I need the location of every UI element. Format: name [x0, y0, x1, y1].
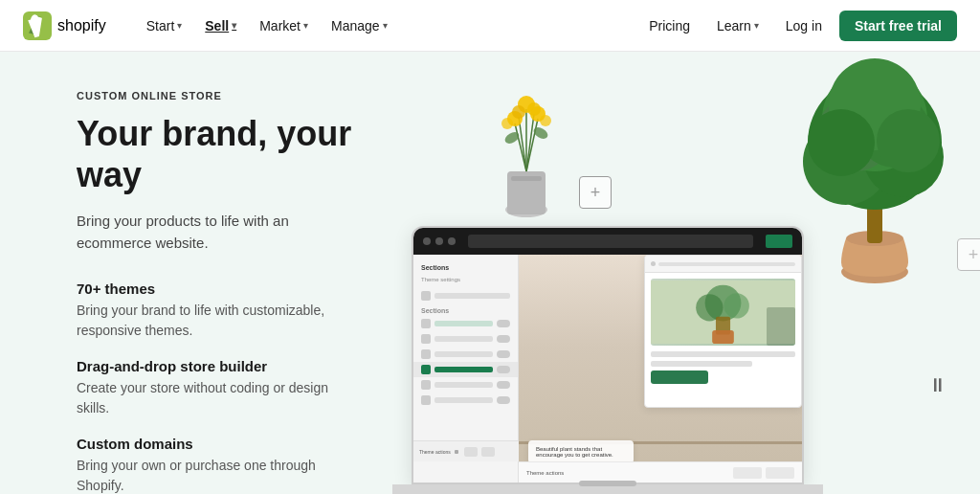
- nav-login[interactable]: Log in: [776, 12, 832, 39]
- feature-item-builder: Drag-and-drop store builder Create your …: [77, 358, 364, 418]
- sidebar-row-text-active: [434, 367, 493, 372]
- overlay-title-bar: [658, 262, 795, 266]
- logo-text: shopify: [57, 17, 106, 34]
- feature-item-themes: 70+ themes Bring your brand to life with…: [77, 281, 364, 341]
- svg-rect-35: [712, 330, 734, 344]
- sidebar-icon: [421, 291, 431, 301]
- svg-point-17: [532, 125, 550, 142]
- sidebar-toggle[interactable]: [497, 396, 510, 404]
- bottom-actions-bar: Theme actions: [519, 461, 802, 483]
- logo[interactable]: shopify: [23, 11, 106, 40]
- svg-point-15: [540, 115, 551, 126]
- sidebar-row-6[interactable]: [413, 393, 518, 408]
- feature-desc-domains: Bring your own or purchase one through S…: [77, 456, 364, 494]
- theme-actions-btn[interactable]: [464, 447, 478, 457]
- sidebar-row-text: [434, 351, 493, 357]
- add-icon-top[interactable]: +: [579, 176, 612, 209]
- chevron-down-icon: ▾: [232, 20, 236, 31]
- chevron-down-icon: ▾: [177, 20, 182, 31]
- theme-actions-btn2[interactable]: [481, 447, 495, 457]
- svg-point-33: [724, 293, 748, 318]
- actions-label: Theme actions: [526, 470, 564, 476]
- sidebar-theme-settings-label: Theme settings: [413, 275, 518, 284]
- sidebar-toggle[interactable]: [497, 320, 510, 327]
- save-button-screen: [766, 235, 792, 248]
- svg-point-16: [503, 130, 522, 146]
- product-title-line: [651, 351, 795, 357]
- svg-point-28: [808, 109, 875, 176]
- sidebar-row-text: [434, 397, 493, 403]
- sidebar-row-3[interactable]: [413, 347, 518, 362]
- right-panel: +: [402, 52, 980, 494]
- sidebar-icon: [421, 395, 431, 405]
- sidebar-toggle[interactable]: [497, 366, 510, 373]
- section-label: CUSTOM ONLINE STORE: [77, 90, 364, 101]
- svg-point-29: [877, 109, 940, 172]
- chevron-down-icon: ▾: [383, 20, 388, 31]
- sidebar-icon-active: [421, 365, 431, 374]
- feature-title-builder: Drag-and-drop store builder: [77, 358, 364, 374]
- start-trial-button[interactable]: Start free trial: [839, 11, 957, 41]
- screen-sidebar: Sections Theme settings Sections: [413, 255, 519, 483]
- navigation: shopify Start ▾ Sell ▾ Market ▾ Manage ▾…: [0, 0, 980, 52]
- sidebar-toggle[interactable]: [497, 335, 510, 343]
- sidebar-row-text: [434, 336, 493, 342]
- feature-item-domains: Custom domains Bring your own or purchas…: [77, 436, 364, 494]
- sidebar-row-2[interactable]: [413, 331, 518, 347]
- sidebar-toggle[interactable]: [497, 381, 510, 389]
- theme-actions-icon: [455, 450, 458, 454]
- product-price-line: [651, 370, 708, 384]
- chevron-down-icon: ▾: [754, 20, 759, 31]
- svg-point-14: [501, 118, 513, 129]
- sidebar-icon: [421, 380, 431, 390]
- nav-item-start[interactable]: Start ▾: [137, 12, 192, 39]
- chevron-down-icon: ▾: [303, 20, 308, 31]
- screen-main-area: Beautiful plant stands that encourage yo…: [519, 255, 802, 483]
- feature-desc-themes: Bring your brand to life with customizab…: [77, 301, 364, 341]
- feature-title-domains: Custom domains: [77, 436, 364, 452]
- screen-dot: [448, 237, 456, 245]
- pause-icon[interactable]: ⏸: [924, 371, 951, 398]
- svg-point-13: [527, 102, 541, 116]
- action-btn-1[interactable]: [733, 467, 762, 479]
- nav-right-items: Pricing Learn ▾ Log in Start free trial: [639, 11, 957, 41]
- sidebar-row-header: [413, 288, 518, 303]
- sidebar-toggle[interactable]: [497, 350, 510, 358]
- url-bar: [468, 235, 753, 248]
- product-overlay: [644, 255, 802, 408]
- sidebar-row-text: [434, 293, 510, 299]
- sidebar-icon: [421, 334, 431, 344]
- laptop-notch: [579, 481, 636, 486]
- overlay-header: [645, 256, 801, 273]
- sidebar-row-text: [434, 321, 493, 326]
- sidebar-row-4-active[interactable]: [413, 362, 518, 377]
- svg-rect-3: [511, 176, 542, 181]
- sidebar-row-1[interactable]: [413, 316, 518, 331]
- sidebar-icon: [421, 319, 431, 328]
- sidebar-icon: [421, 349, 431, 359]
- add-icon-bottom[interactable]: +: [957, 238, 980, 271]
- feature-title-themes: 70+ themes: [77, 281, 364, 297]
- sidebar-row-text: [434, 382, 493, 388]
- action-btn-2[interactable]: [766, 467, 794, 479]
- main-content: CUSTOM ONLINE STORE Your brand, your way…: [0, 52, 980, 494]
- nav-item-sell[interactable]: Sell ▾: [195, 12, 246, 39]
- sidebar-row-5[interactable]: [413, 377, 518, 393]
- left-panel: CUSTOM ONLINE STORE Your brand, your way…: [0, 52, 402, 494]
- svg-point-12: [512, 105, 525, 119]
- product-image: [651, 279, 795, 346]
- laptop-mockup: Sections Theme settings Sections: [412, 207, 813, 494]
- screen-content: Sections Theme settings Sections: [413, 228, 802, 483]
- nav-left-items: Start ▾ Sell ▾ Market ▾ Manage ▾: [137, 12, 639, 39]
- laptop-base: [392, 484, 823, 494]
- overlay-dot: [651, 261, 656, 266]
- nav-item-manage[interactable]: Manage ▾: [322, 12, 397, 39]
- screen-dot: [423, 237, 431, 245]
- nav-learn[interactable]: Learn ▾: [707, 12, 768, 39]
- theme-actions-text: Theme actions: [419, 449, 451, 455]
- screen-body: Sections Theme settings Sections: [413, 255, 802, 483]
- nav-pricing[interactable]: Pricing: [639, 12, 700, 39]
- nav-item-market[interactable]: Market ▾: [250, 12, 318, 39]
- laptop-screen: Sections Theme settings Sections: [412, 226, 804, 484]
- sidebar-section-label: Sections: [413, 305, 518, 316]
